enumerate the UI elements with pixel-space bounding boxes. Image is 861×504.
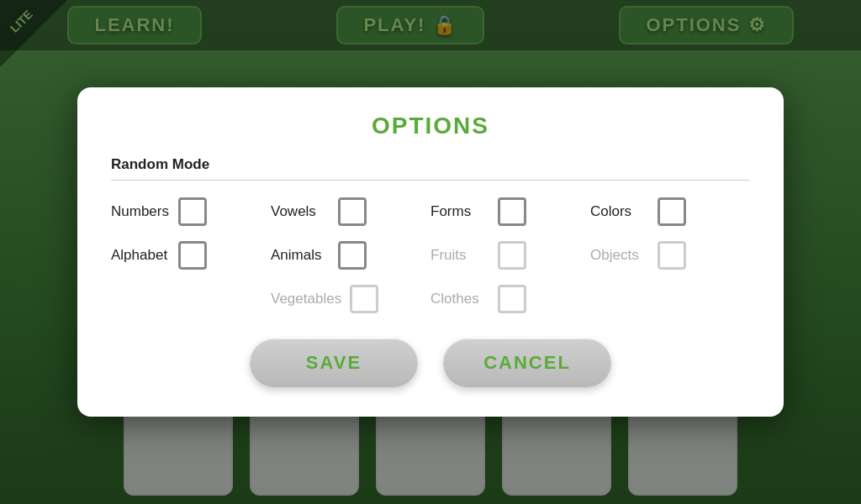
dialog-actions: SAVE CANCEL [111, 339, 750, 387]
option-fruits-checkbox [498, 241, 526, 270]
option-vegetables: Vegetables [271, 285, 430, 313]
modal-overlay: OPTIONS Random Mode Numbers Vowels Forms… [0, 0, 861, 504]
option-fruits-label: Fruits [430, 247, 489, 264]
option-objects-checkbox [658, 241, 686, 270]
option-alphabet-checkbox[interactable] [178, 241, 207, 270]
option-animals: Animals [271, 241, 430, 270]
option-colors-checkbox[interactable] [658, 197, 686, 226]
dialog-title: OPTIONS [111, 113, 750, 139]
option-numbers-checkbox[interactable] [178, 197, 207, 226]
option-clothes: Clothes [430, 285, 590, 313]
option-alphabet: Alphabet [111, 241, 271, 270]
option-empty1 [111, 285, 271, 313]
option-vowels-label: Vowels [271, 203, 330, 220]
option-colors: Colors [590, 197, 750, 226]
option-forms-checkbox[interactable] [498, 197, 526, 226]
option-vowels: Vowels [271, 197, 430, 226]
options-grid: Numbers Vowels Forms Colors Alphabet [111, 197, 750, 313]
options-dialog: OPTIONS Random Mode Numbers Vowels Forms… [77, 87, 784, 417]
option-vegetables-checkbox [350, 285, 378, 313]
option-numbers: Numbers [111, 197, 271, 226]
option-numbers-label: Numbers [111, 203, 170, 220]
option-forms-label: Forms [430, 203, 489, 220]
option-animals-label: Animals [271, 247, 330, 264]
option-fruits: Fruits [430, 241, 590, 270]
section-random-mode: Random Mode [111, 156, 750, 181]
option-forms: Forms [430, 197, 590, 226]
option-vegetables-label: Vegetables [271, 291, 341, 307]
cancel-button[interactable]: CANCEL [443, 339, 611, 387]
option-clothes-label: Clothes [430, 291, 489, 307]
option-clothes-checkbox [498, 285, 526, 313]
option-animals-checkbox[interactable] [338, 241, 367, 270]
option-objects-label: Objects [590, 247, 649, 264]
option-empty2 [590, 285, 750, 313]
option-vowels-checkbox[interactable] [338, 197, 367, 226]
option-objects: Objects [590, 241, 750, 270]
option-colors-label: Colors [590, 203, 649, 220]
option-alphabet-label: Alphabet [111, 247, 170, 264]
save-button[interactable]: SAVE [250, 339, 418, 387]
